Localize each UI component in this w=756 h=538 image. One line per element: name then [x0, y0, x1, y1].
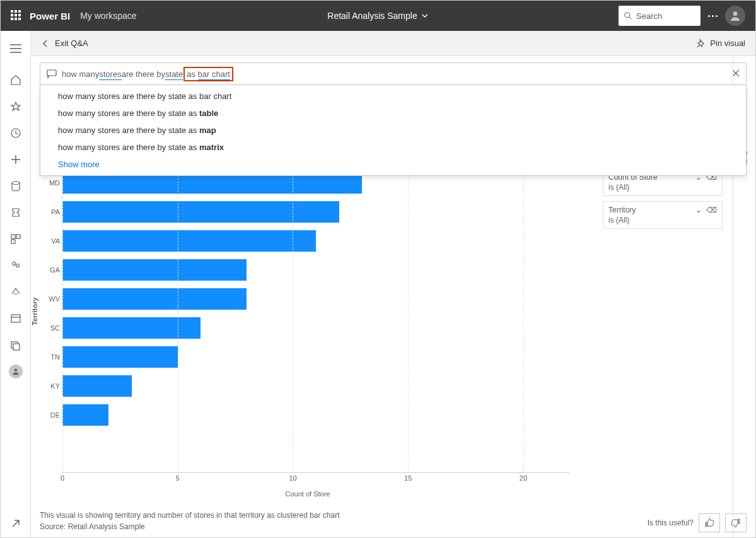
more-options-icon[interactable]: [708, 15, 718, 17]
chart-container: Territory MDPAVAGAWVSCTNKYDE 05101520 Co…: [40, 168, 576, 503]
category-label: VA: [45, 237, 60, 245]
x-tick: 20: [520, 474, 527, 482]
bar-row: SC: [62, 313, 569, 342]
bar-row: PA: [62, 197, 569, 226]
pin-icon: [696, 38, 706, 49]
thumbs-up-button[interactable]: [699, 513, 720, 532]
category-label: MD: [45, 179, 60, 187]
nav-goals[interactable]: [3, 200, 28, 225]
svg-rect-20: [47, 70, 56, 76]
bar-row: DE: [62, 401, 569, 430]
bar[interactable]: [62, 230, 316, 252]
svg-point-19: [14, 369, 17, 372]
bar[interactable]: [62, 288, 247, 310]
nav-recent[interactable]: [3, 120, 28, 146]
sub-header: Exit Q&A Pin visual: [31, 31, 755, 56]
nav-apps[interactable]: [3, 226, 28, 252]
y-axis-label: Territory: [31, 297, 38, 325]
svg-rect-11: [16, 235, 20, 238]
bar[interactable]: [62, 346, 178, 368]
footer: This visual is showing territory and num…: [40, 510, 747, 532]
nav-learn[interactable]: [3, 279, 28, 305]
chat-icon: [47, 69, 57, 79]
bar[interactable]: [62, 201, 339, 223]
bar-row: VA: [62, 226, 569, 255]
bar-row: KY: [62, 371, 569, 401]
search-box[interactable]: Search: [619, 6, 701, 26]
nav-expand[interactable]: [3, 511, 28, 536]
category-label: SC: [45, 324, 60, 332]
filter-value: is (All): [608, 216, 717, 225]
svg-point-0: [625, 13, 630, 18]
category-label: GA: [45, 266, 60, 274]
left-nav: [1, 31, 31, 537]
bar-row: TN: [62, 342, 569, 371]
app-launcher-icon[interactable]: [11, 10, 22, 21]
suggestion-item[interactable]: how many stores are there by state as ma…: [40, 139, 746, 156]
category-label: DE: [45, 411, 60, 419]
x-tick: 0: [61, 474, 64, 482]
x-tick: 15: [404, 474, 412, 482]
nav-home[interactable]: [3, 67, 28, 93]
query-highlight-box: as bar chart: [183, 67, 233, 81]
filter-name: Territory: [608, 206, 636, 214]
chart-plot[interactable]: MDPAVAGAWVSCTNKYDE: [62, 168, 569, 472]
svg-rect-12: [11, 240, 15, 243]
bar[interactable]: [62, 317, 201, 339]
thumbs-up-icon: [704, 518, 714, 528]
suggestion-item[interactable]: how many stores are there by state as ta…: [40, 105, 746, 122]
filter-value: is (All): [608, 183, 717, 192]
suggestions-dropdown: how many stores are there by state as ba…: [40, 85, 747, 176]
exit-label: Exit Q&A: [55, 38, 88, 48]
show-more-link[interactable]: Show more: [40, 156, 746, 173]
useful-label: Is this useful?: [648, 518, 694, 527]
filter-card[interactable]: Territory⌄ ⌫ is (All): [603, 201, 723, 229]
svg-point-13: [12, 262, 15, 266]
nav-toggle[interactable]: [3, 36, 28, 61]
qna-query-text: how many stores are there by state as ba…: [62, 67, 234, 81]
nav-workspaces[interactable]: [3, 306, 28, 331]
nav-my-workspace[interactable]: [3, 359, 28, 384]
svg-point-14: [16, 264, 19, 267]
pin-label: Pin visual: [710, 38, 745, 48]
svg-point-2: [733, 11, 738, 16]
dataset-selector[interactable]: Retail Analysis Sample: [327, 11, 428, 21]
category-label: TN: [45, 353, 60, 361]
person-icon: [730, 10, 741, 21]
chevron-down-icon: [421, 12, 429, 20]
svg-point-9: [12, 182, 20, 185]
filters-panel: Count of Store⌄ ⌫ is (All) Territory⌄ ⌫ …: [603, 168, 723, 234]
x-tick: 5: [176, 474, 180, 482]
workspace-label[interactable]: My workspace: [80, 11, 136, 21]
dataset-name: Retail Analysis Sample: [327, 11, 417, 21]
suggestion-item[interactable]: how many stores are there by state as ba…: [40, 88, 746, 105]
nav-browse[interactable]: [3, 332, 28, 358]
suggestion-item[interactable]: how many stores are there by state as ma…: [40, 122, 746, 139]
visual-source: Source: Retail Analysis Sample: [40, 521, 340, 532]
svg-rect-10: [11, 235, 15, 238]
pin-visual-button[interactable]: Pin visual: [696, 38, 745, 49]
x-axis-label: Count of Store: [286, 490, 330, 498]
chevron-down-icon: ⌄ ⌫: [695, 206, 717, 214]
bar[interactable]: [62, 404, 108, 426]
x-axis: 05101520: [62, 472, 569, 485]
category-label: WV: [45, 295, 60, 303]
main-area: how many stores are there by state as ba…: [31, 56, 755, 537]
user-avatar[interactable]: [725, 6, 745, 26]
qna-input[interactable]: how many stores are there by state as ba…: [40, 62, 747, 85]
bar[interactable]: [62, 375, 132, 397]
nav-datasets[interactable]: [3, 173, 28, 199]
bar[interactable]: [62, 259, 247, 281]
exit-qna-button[interactable]: Exit Q&A: [41, 38, 88, 48]
category-label: PA: [45, 208, 60, 216]
svg-rect-18: [13, 344, 20, 350]
search-icon: [624, 11, 632, 20]
chevron-left-icon: [41, 39, 50, 48]
category-label: KY: [45, 382, 60, 390]
x-tick: 10: [289, 474, 296, 482]
nav-favorites[interactable]: [3, 94, 28, 119]
nav-shared[interactable]: [3, 253, 28, 278]
top-header: Power BI My workspace Retail Analysis Sa…: [1, 1, 755, 31]
nav-create[interactable]: [3, 147, 28, 172]
search-placeholder: Search: [636, 11, 662, 21]
